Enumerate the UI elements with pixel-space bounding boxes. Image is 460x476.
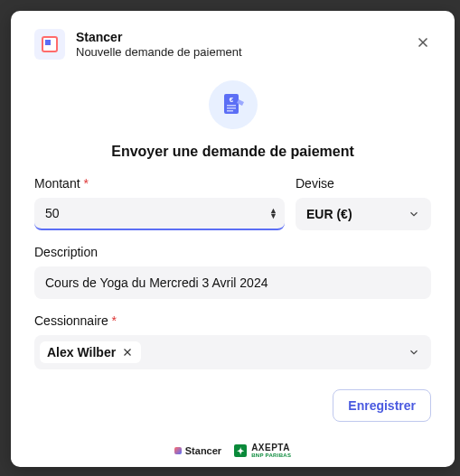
stepper-down-icon[interactable]: ▼ (269, 213, 277, 219)
footer-logos: Stancer ✦ AXEPTA BNP PARIBAS (34, 443, 431, 458)
amount-label-text: Montant (34, 176, 80, 191)
description-field: Description (34, 245, 431, 299)
stancer-logo-text: Stancer (185, 445, 221, 456)
svg-rect-4 (227, 110, 233, 112)
assignee-label: Cessionnaire * (34, 313, 431, 328)
invoice-icon: € (209, 80, 258, 129)
axepta-line1: AXEPTA (251, 443, 291, 453)
modal-header: Stancer Nouvelle demande de paiement (34, 29, 431, 61)
hero: € Envoyer une demande de paiement (34, 80, 431, 160)
chevron-down-icon (408, 346, 420, 359)
assignee-select[interactable]: Alex Wilber (34, 335, 431, 369)
actions: Enregistrer (34, 389, 431, 422)
modal-subtitle: Nouvelle demande de paiement (76, 45, 404, 61)
axepta-mark-icon: ✦ (234, 444, 247, 457)
close-icon[interactable] (415, 34, 431, 51)
svg-text:€: € (229, 96, 233, 104)
description-label: Description (34, 245, 431, 259)
assignee-chip: Alex Wilber (40, 341, 141, 363)
svg-rect-3 (227, 107, 236, 109)
description-input[interactable] (34, 266, 431, 299)
brand-icon (34, 29, 65, 60)
axepta-line2: BNP PARIBAS (251, 453, 291, 458)
chevron-down-icon (408, 208, 420, 220)
save-button[interactable]: Enregistrer (333, 389, 431, 422)
amount-label: Montant * (34, 176, 285, 191)
currency-value: EUR (€) (306, 207, 352, 221)
amount-field: Montant * ▲ ▼ (34, 176, 285, 230)
payment-request-modal: Stancer Nouvelle demande de paiement € E… (11, 11, 455, 467)
required-mark: * (83, 176, 88, 191)
currency-field: Devise EUR (€) (296, 176, 431, 230)
assignee-chip-label: Alex Wilber (47, 345, 116, 359)
header-text: Stancer Nouvelle demande de paiement (76, 29, 404, 61)
stancer-logo: Stancer (174, 445, 221, 456)
hero-title: Envoyer une demande de paiement (111, 144, 354, 160)
amount-input-wrap[interactable]: ▲ ▼ (34, 198, 285, 230)
amount-stepper[interactable]: ▲ ▼ (269, 208, 277, 219)
brand-name: Stancer (76, 29, 404, 45)
currency-label: Devise (296, 176, 431, 191)
assignee-field: Cessionnaire * Alex Wilber (34, 313, 431, 369)
amount-input[interactable] (34, 198, 285, 229)
description-input-wrap[interactable] (34, 266, 431, 299)
axepta-logo: ✦ AXEPTA BNP PARIBAS (234, 443, 291, 458)
required-mark: * (112, 313, 117, 328)
assignee-label-text: Cessionnaire (34, 313, 108, 328)
svg-rect-2 (227, 105, 236, 107)
chip-remove-icon[interactable] (121, 346, 134, 359)
amount-currency-row: Montant * ▲ ▼ Devise EUR (€) (34, 176, 431, 230)
stancer-mark-icon (174, 447, 182, 454)
currency-select[interactable]: EUR (€) (296, 198, 431, 230)
axepta-logo-text: AXEPTA BNP PARIBAS (251, 443, 291, 458)
